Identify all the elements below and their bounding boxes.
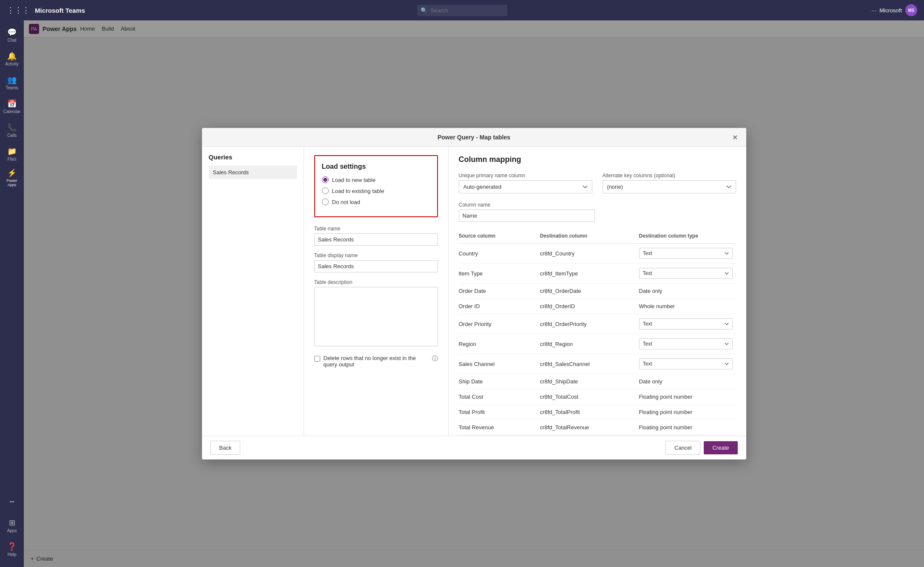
table-description-input[interactable] bbox=[314, 287, 438, 346]
destination-type-cell[interactable]: Text bbox=[639, 314, 736, 334]
destination-type-select[interactable]: Text bbox=[639, 248, 733, 259]
table-row: Order Datecr8fd_OrderDateDate only bbox=[459, 284, 736, 299]
queries-panel: Queries Sales Records bbox=[202, 147, 304, 436]
modal-footer: Back Cancel Create bbox=[202, 436, 746, 459]
table-name-input[interactable] bbox=[314, 233, 438, 246]
table-name-label: Table name bbox=[314, 226, 438, 232]
table-display-name-input[interactable] bbox=[314, 260, 438, 272]
modal-header: Power Query - Map tables ✕ bbox=[202, 128, 746, 147]
source-column-cell: Total Profit bbox=[459, 405, 540, 420]
sidebar-item-teams[interactable]: 👥 Teams bbox=[2, 71, 22, 94]
delete-rows-checkbox[interactable] bbox=[314, 356, 320, 362]
column-name-input[interactable] bbox=[459, 210, 595, 222]
sidebar-item-label-powerapps: Power Apps bbox=[2, 179, 22, 187]
source-column-cell: Country bbox=[459, 244, 540, 264]
chat-icon: 💬 bbox=[7, 28, 17, 37]
calls-icon: 📞 bbox=[7, 123, 17, 132]
table-row: Total Profitcr8fd_TotalProfitFloating po… bbox=[459, 405, 736, 420]
source-column-cell: Order Date bbox=[459, 284, 540, 299]
unique-primary-group: Unique primary name column Auto-generate… bbox=[459, 173, 592, 193]
radio-do-not-load-input[interactable] bbox=[322, 198, 329, 205]
destination-column-cell: cr8fd_SalesChannel bbox=[540, 354, 639, 374]
alternate-key-select[interactable]: (none) bbox=[603, 180, 736, 193]
radio-load-existing[interactable]: Load to existing table bbox=[322, 187, 430, 194]
sidebar-item-help[interactable]: ❓ Help bbox=[2, 538, 22, 560]
source-column-cell: Sales Channel bbox=[459, 354, 540, 374]
radio-load-existing-label: Load to existing table bbox=[332, 188, 384, 194]
back-button[interactable]: Back bbox=[210, 441, 241, 455]
avatar[interactable]: MS bbox=[905, 4, 917, 16]
modal-overlay: Power Query - Map tables ✕ Queries Sales… bbox=[24, 20, 924, 567]
destination-type-cell: Whole number bbox=[639, 299, 736, 314]
sidebar-bottom: ••• ⊞ Apps ❓ Help bbox=[2, 490, 22, 564]
queries-title: Queries bbox=[209, 153, 297, 161]
source-column-cell: Total Cost bbox=[459, 389, 540, 405]
unique-primary-label: Unique primary name column bbox=[459, 173, 592, 179]
destination-column-cell: cr8fd_TotalCost bbox=[540, 389, 639, 405]
sidebar-item-label-apps: Apps bbox=[7, 528, 17, 533]
column-mapping-title: Column mapping bbox=[459, 155, 736, 164]
load-settings-panel: Load settings Load to new table Load to … bbox=[304, 147, 449, 436]
radio-load-new[interactable]: Load to new table bbox=[322, 176, 430, 183]
sidebar-item-powerapps[interactable]: ⚡ Power Apps bbox=[2, 167, 22, 189]
sidebar-item-apps[interactable]: ⊞ Apps bbox=[2, 514, 22, 536]
sidebar-item-label-help: Help bbox=[8, 552, 17, 557]
destination-type-cell[interactable]: Text bbox=[639, 264, 736, 284]
info-icon[interactable]: ⓘ bbox=[432, 355, 438, 363]
sidebar-item-label-calls: Calls bbox=[7, 133, 17, 138]
close-button[interactable]: ✕ bbox=[729, 131, 741, 143]
search-input[interactable] bbox=[417, 5, 507, 16]
destination-type-select[interactable]: Text bbox=[639, 268, 733, 279]
destination-type-select[interactable]: Text bbox=[639, 318, 733, 329]
delete-rows-label: Delete rows that no longer exist in the … bbox=[324, 355, 429, 368]
cancel-button[interactable]: Cancel bbox=[665, 441, 700, 455]
destination-column-cell: cr8fd_OrderID bbox=[540, 299, 639, 314]
destination-type-select[interactable]: Text bbox=[639, 358, 733, 369]
mapping-table: Source column Destination column Destina… bbox=[459, 230, 736, 436]
sidebar-item-chat[interactable]: 💬 Chat bbox=[2, 24, 22, 46]
help-icon: ❓ bbox=[7, 542, 17, 551]
topbar-right: ··· Microsoft MS bbox=[871, 4, 917, 16]
table-row: Countrycr8fd_CountryText bbox=[459, 244, 736, 264]
sidebar-item-label-activity: Activity bbox=[5, 62, 19, 66]
table-header-row: Source column Destination column Destina… bbox=[459, 230, 736, 244]
alternate-key-group: Alternate key columns (optional) (none) bbox=[603, 173, 736, 193]
query-item-sales-records[interactable]: Sales Records bbox=[209, 166, 297, 179]
radio-load-existing-input[interactable] bbox=[322, 187, 329, 194]
teams-grid-icon[interactable]: ⋮⋮⋮ bbox=[7, 6, 30, 15]
search-icon: 🔍 bbox=[421, 7, 427, 14]
sidebar-item-label-calendar: Calendar bbox=[3, 109, 21, 114]
create-button[interactable]: Create bbox=[704, 441, 737, 454]
radio-do-not-load[interactable]: Do not load bbox=[322, 198, 430, 205]
table-description-group: Table description bbox=[314, 279, 438, 348]
sidebar-item-files[interactable]: 📁 Files bbox=[2, 143, 22, 165]
source-column-cell: Item Type bbox=[459, 264, 540, 284]
table-row: Order IDcr8fd_OrderIDWhole number bbox=[459, 299, 736, 314]
destination-type-cell[interactable]: Text bbox=[639, 334, 736, 354]
destination-type-cell[interactable]: Text bbox=[639, 244, 736, 264]
search-bar[interactable]: 🔍 bbox=[417, 5, 507, 16]
more-options-icon[interactable]: ··· bbox=[871, 7, 876, 14]
column-mapping-panel: Column mapping Unique primary name colum… bbox=[449, 147, 746, 436]
sidebar-item-label-teams: Teams bbox=[6, 85, 18, 90]
destination-type-cell: Floating point number bbox=[639, 405, 736, 420]
destination-type-cell[interactable]: Text bbox=[639, 354, 736, 374]
sidebar-item-more[interactable]: ••• bbox=[2, 490, 22, 513]
col-header-type: Destination column type bbox=[639, 230, 736, 244]
sidebar-item-calendar[interactable]: 📅 Calendar bbox=[2, 95, 22, 117]
sidebar-item-activity[interactable]: 🔔 Activity bbox=[2, 48, 22, 70]
table-row: Ship Datecr8fd_ShipDateDate only bbox=[459, 374, 736, 389]
destination-type-select[interactable]: Text bbox=[639, 338, 733, 349]
col-header-destination: Destination column bbox=[540, 230, 639, 244]
table-description-label: Table description bbox=[314, 279, 438, 285]
files-icon: 📁 bbox=[7, 147, 17, 156]
modal: Power Query - Map tables ✕ Queries Sales… bbox=[202, 128, 746, 459]
radio-load-new-input[interactable] bbox=[322, 176, 329, 183]
teams-icon: 👥 bbox=[7, 75, 17, 85]
column-name-label: Column name bbox=[459, 202, 736, 208]
source-column-cell: Order Priority bbox=[459, 314, 540, 334]
radio-load-new-label: Load to new table bbox=[332, 177, 376, 183]
sidebar-item-calls[interactable]: 📞 Calls bbox=[2, 119, 22, 141]
content-area: PA Power Apps Home Build About Power Que… bbox=[24, 20, 924, 567]
unique-primary-select[interactable]: Auto-generated bbox=[459, 180, 592, 193]
